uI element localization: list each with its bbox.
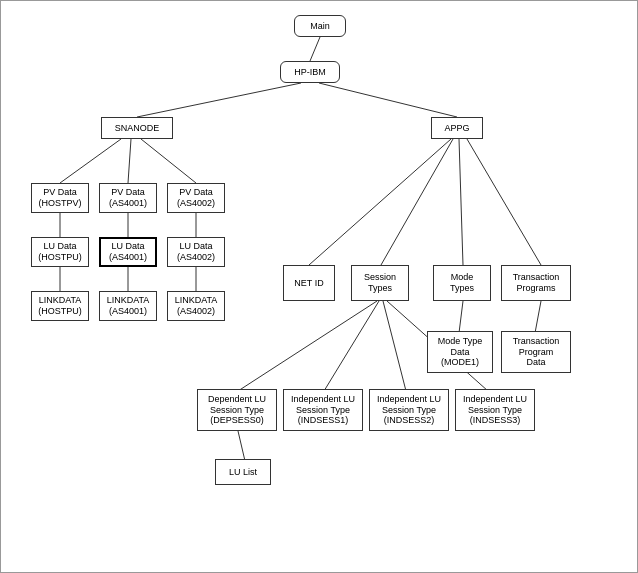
node-pv-hostpu: PV Data(HOSTPV) xyxy=(31,183,89,213)
node-lk-hostpu: LINKDATA(HOSTPU) xyxy=(31,291,89,321)
node-lk-as4002-label: LINKDATA(AS4002) xyxy=(175,295,218,317)
svg-line-18 xyxy=(238,301,377,391)
node-session-types-label: SessionTypes xyxy=(364,272,396,294)
node-appg-label: APPG xyxy=(444,123,469,134)
svg-line-19 xyxy=(324,301,379,391)
node-main-label: Main xyxy=(310,21,330,32)
svg-line-0 xyxy=(310,37,320,61)
svg-line-15 xyxy=(467,139,541,265)
node-mode-types: ModeTypes xyxy=(433,265,491,301)
node-net-id: NET ID xyxy=(283,265,335,301)
node-appg: APPG xyxy=(431,117,483,139)
node-snanode-label: SNANODE xyxy=(115,123,160,134)
node-trans-prog-data: TransactionProgramData xyxy=(501,331,571,373)
node-session-types: SessionTypes xyxy=(351,265,409,301)
node-pv-as4001-label: PV Data(AS4001) xyxy=(109,187,147,209)
node-lu-list: LU List xyxy=(215,459,271,485)
node-hp-ibm: HP-IBM xyxy=(280,61,340,83)
node-dep-lu-label: Dependent LUSession Type(DEPSESS0) xyxy=(208,394,266,426)
node-lk-as4001-label: LINKDATA(AS4001) xyxy=(107,295,150,317)
node-lu-hostpu: LU Data(HOSTPU) xyxy=(31,237,89,267)
node-mode-types-label: ModeTypes xyxy=(450,272,474,294)
node-ind-lu1: Independent LUSession Type(INDSESS1) xyxy=(283,389,363,431)
node-lk-as4002: LINKDATA(AS4002) xyxy=(167,291,225,321)
svg-line-16 xyxy=(459,301,463,333)
node-snanode: SNANODE xyxy=(101,117,173,139)
node-lu-as4002: LU Data(AS4002) xyxy=(167,237,225,267)
node-ind-lu2-label: Independent LUSession Type(INDSESS2) xyxy=(377,394,441,426)
svg-line-17 xyxy=(535,301,541,333)
node-hp-ibm-label: HP-IBM xyxy=(294,67,326,78)
node-net-id-label: NET ID xyxy=(294,278,323,289)
svg-line-20 xyxy=(383,301,406,391)
node-dep-lu: Dependent LUSession Type(DEPSESS0) xyxy=(197,389,277,431)
node-lu-list-label: LU List xyxy=(229,467,257,478)
node-trans-prog-data-label: TransactionProgramData xyxy=(513,336,560,368)
svg-line-1 xyxy=(137,83,301,117)
svg-line-2 xyxy=(319,83,457,117)
svg-line-13 xyxy=(381,139,453,265)
diagram-container: Main HP-IBM SNANODE APPG PV Data(HOSTPV)… xyxy=(0,0,638,573)
node-ind-lu2: Independent LUSession Type(INDSESS2) xyxy=(369,389,449,431)
svg-line-3 xyxy=(60,139,121,183)
node-trans-prog: TransactionPrograms xyxy=(501,265,571,301)
node-pv-hostpu-label: PV Data(HOSTPV) xyxy=(38,187,81,209)
node-ind-lu1-label: Independent LUSession Type(INDSESS1) xyxy=(291,394,355,426)
node-main: Main xyxy=(294,15,346,37)
node-lk-as4001: LINKDATA(AS4001) xyxy=(99,291,157,321)
node-lu-as4001: LU Data(AS4001) xyxy=(99,237,157,267)
node-pv-as4001: PV Data(AS4001) xyxy=(99,183,157,213)
node-ind-lu3-label: Independent LUSession Type(INDSESS3) xyxy=(463,394,527,426)
node-pv-as4002-label: PV Data(AS4002) xyxy=(177,187,215,209)
node-pv-as4002: PV Data(AS4002) xyxy=(167,183,225,213)
node-mode-type-data: Mode TypeData(MODE1) xyxy=(427,331,493,373)
svg-line-12 xyxy=(309,139,451,265)
node-ind-lu3: Independent LUSession Type(INDSESS3) xyxy=(455,389,535,431)
node-trans-prog-label: TransactionPrograms xyxy=(513,272,560,294)
node-lu-as4001-label: LU Data(AS4001) xyxy=(109,241,147,263)
svg-line-5 xyxy=(141,139,196,183)
svg-line-22 xyxy=(238,431,245,461)
svg-line-4 xyxy=(128,139,131,183)
node-mode-type-data-label: Mode TypeData(MODE1) xyxy=(438,336,482,368)
node-lu-as4002-label: LU Data(AS4002) xyxy=(177,241,215,263)
node-lk-hostpu-label: LINKDATA(HOSTPU) xyxy=(38,295,82,317)
svg-line-14 xyxy=(459,139,463,265)
node-lu-hostpu-label: LU Data(HOSTPU) xyxy=(38,241,82,263)
